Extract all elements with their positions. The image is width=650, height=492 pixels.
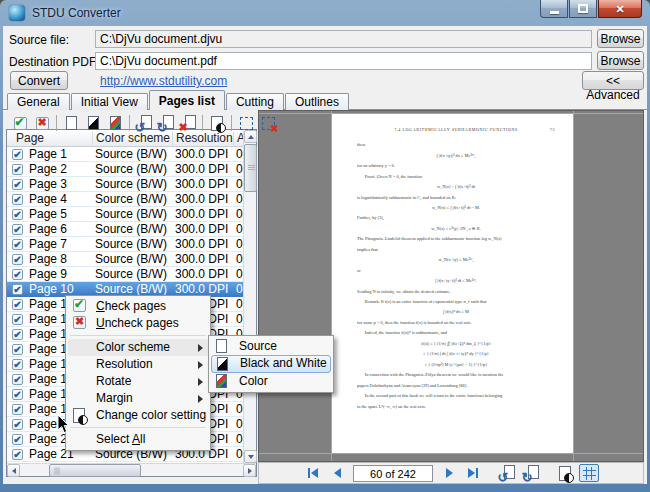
check-icon: ✔ (14, 117, 27, 130)
page-checkbox[interactable]: ✔ (12, 314, 23, 325)
margin-reset-button[interactable]: ✖ (257, 113, 279, 133)
page-checkbox[interactable]: ✔ (12, 149, 23, 160)
table-row[interactable]: ✔Page 6Source (B/W)300.0 DPI0 (7, 222, 243, 237)
margin-button[interactable] (235, 113, 257, 133)
color-setting-icon (211, 116, 223, 131)
nav-last-button[interactable] (463, 464, 483, 482)
vertical-scrollbar[interactable] (243, 130, 256, 463)
page-checkbox[interactable]: ✔ (12, 164, 23, 175)
page-checkbox[interactable]: ✔ (12, 404, 23, 415)
document-line: implies that (357, 244, 555, 254)
cell-c1: Page 6 (29, 222, 67, 236)
page-position-input[interactable]: 60 of 242 (353, 465, 433, 482)
page-checkbox[interactable]: ✔ (12, 269, 23, 280)
cell-c4: 0 (236, 192, 243, 206)
title-bar[interactable]: STDU Converter ✕ (0, 0, 650, 26)
menu-item-check-pages[interactable]: ✔Check pages (68, 298, 208, 315)
destination-file-input[interactable] (95, 52, 592, 70)
rotate-reset-button[interactable]: ✖ (177, 113, 199, 133)
cell-c2: Source (B/W) (95, 207, 167, 221)
menu-item-rotate[interactable]: Rotate (68, 373, 208, 390)
page-checkbox[interactable]: ✔ (12, 449, 23, 460)
menu-item-color-scheme[interactable]: Color scheme (68, 339, 208, 356)
scheme-color-button[interactable] (104, 113, 126, 133)
check-pages-button[interactable]: ✔ (9, 113, 31, 133)
tab-outlines[interactable]: Outlines (285, 93, 349, 110)
margins-grid-icon (583, 467, 596, 480)
rotate-left-button[interactable]: ↺ (133, 113, 155, 133)
cell-c3: 300.0 DPI (175, 147, 228, 161)
scheme-black-white-button[interactable] (82, 113, 104, 133)
scroll-right-button[interactable] (243, 464, 256, 477)
table-row[interactable]: ✔Page 5Source (B/W)300.0 DPI0 (7, 207, 243, 222)
menu-item-select-all[interactable]: Select All (68, 431, 208, 448)
nav-rotate-right-button[interactable]: ↻ (521, 464, 541, 482)
page-checkbox[interactable]: ✔ (12, 374, 23, 385)
page-checkbox[interactable]: ✔ (12, 329, 23, 340)
page-checkbox[interactable]: ✔ (12, 209, 23, 220)
cell-c4: 0 (236, 162, 243, 176)
menu-item-change-color-setting[interactable]: Change color setting (68, 407, 208, 424)
menu-item-uncheck-pages[interactable]: ✖Uncheck pages (68, 315, 208, 332)
menu-item-margin[interactable]: Margin (68, 390, 208, 407)
tab-initial-view[interactable]: Initial View (71, 93, 148, 110)
page-checkbox[interactable]: ✔ (12, 194, 23, 205)
page-checkbox[interactable]: ✔ (12, 224, 23, 235)
nav-margins-toggle[interactable] (579, 464, 599, 482)
scroll-down-button[interactable] (244, 450, 257, 463)
horizontal-scroll-thumb[interactable] (49, 464, 141, 477)
minimize-button[interactable] (540, 0, 568, 18)
table-row[interactable]: ✔Page 3Source (B/W)300.0 DPI0 (7, 177, 243, 192)
page-checkbox[interactable]: ✔ (12, 389, 23, 400)
page-checkbox[interactable]: ✔ (12, 419, 23, 430)
table-row[interactable]: ✔Page 2Source (B/W)300.0 DPI0 (7, 162, 243, 177)
submenu-item-source[interactable]: Source (211, 338, 331, 355)
nav-next-button[interactable] (439, 464, 459, 482)
table-row[interactable]: ✔Page 1Source (B/W)300.0 DPI0 (7, 147, 243, 162)
cell-c2: Source (B/W) (95, 147, 167, 161)
cell-c1: Page 8 (29, 252, 67, 266)
advanced-toggle-button[interactable]: << Advanced (582, 71, 644, 90)
table-row[interactable]: ✔Page 4Source (B/W)300.0 DPI0 (7, 192, 243, 207)
table-row[interactable]: ✔Page 8Source (B/W)300.0 DPI0 (7, 252, 243, 267)
maximize-button[interactable] (569, 0, 597, 18)
rotate-right-button[interactable]: ↻ (155, 113, 177, 133)
tab-general[interactable]: General (7, 93, 70, 110)
page-checkbox[interactable]: ✔ (12, 359, 23, 370)
horizontal-scrollbar[interactable] (7, 463, 256, 476)
scroll-left-button[interactable] (7, 464, 20, 477)
table-row[interactable]: ✔Page 7Source (B/W)300.0 DPI0 (7, 237, 243, 252)
cell-c2: Source (B/W) (95, 252, 167, 266)
uncheck-pages-button[interactable]: ✖ (31, 113, 53, 133)
document-page: 7.4 LOGARITHMICALLY SUBHARMONIC FUNCTION… (331, 113, 573, 453)
tab-cutting[interactable]: Cutting (226, 93, 284, 110)
browse-destination-button[interactable]: Browse (597, 51, 644, 70)
nav-first-button[interactable] (303, 464, 323, 482)
submenu-item-black-and-white[interactable]: Black and White (211, 355, 331, 373)
nav-rotate-left-button[interactable]: ↺ (497, 464, 517, 482)
cell-c4: 0 (236, 432, 243, 446)
scheme-source-button[interactable] (60, 113, 82, 133)
page-checkbox[interactable]: ✔ (12, 239, 23, 250)
change-color-setting-button[interactable] (206, 113, 228, 133)
submenu-item-color[interactable]: Color (211, 373, 331, 390)
website-link[interactable]: http://www.stdutility.com (100, 74, 227, 88)
browse-source-button[interactable]: Browse (597, 29, 644, 48)
page-checkbox[interactable]: ✔ (12, 254, 23, 265)
nav-color-setting-button[interactable] (555, 464, 575, 482)
vertical-scroll-thumb[interactable] (244, 144, 257, 192)
page-checkbox[interactable]: ✔ (12, 344, 23, 355)
page-checkbox[interactable]: ✔ (12, 284, 23, 295)
rotate-left-icon: ↺ (499, 465, 516, 481)
source-file-input[interactable] (95, 30, 592, 48)
page-checkbox[interactable]: ✔ (12, 179, 23, 190)
close-button[interactable]: ✕ (598, 0, 642, 18)
maximize-icon (578, 4, 588, 13)
convert-button[interactable]: Convert (10, 71, 68, 90)
page-checkbox[interactable]: ✔ (12, 299, 23, 310)
menu-item-resolution[interactable]: Resolution (68, 356, 208, 373)
table-row[interactable]: ✔Page 9Source (B/W)300.0 DPI0 (7, 267, 243, 282)
tab-pages-list[interactable]: Pages list (149, 90, 225, 110)
nav-prev-button[interactable] (327, 464, 347, 482)
page-checkbox[interactable]: ✔ (12, 434, 23, 445)
